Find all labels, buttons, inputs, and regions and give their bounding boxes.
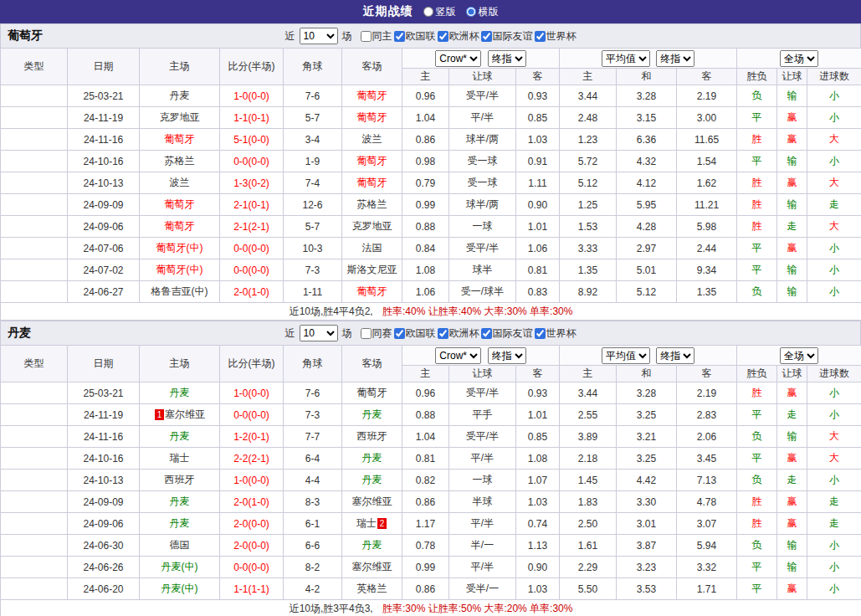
- world-cup-checkbox[interactable]: [535, 328, 546, 339]
- competition-filter-nationsleague[interactable]: 欧国联: [394, 29, 436, 44]
- asian-home-odds: 0.99: [402, 557, 449, 578]
- team-name-text: 克罗地亚: [352, 220, 392, 232]
- result-goals: 小: [807, 470, 861, 491]
- section-team-title: 葡萄牙: [8, 28, 43, 44]
- asian-final-odds-select[interactable]: 终指: [488, 50, 526, 67]
- competition-filter-euro[interactable]: 欧洲杯: [438, 29, 479, 44]
- euro-average-select[interactable]: 平均值: [602, 50, 650, 67]
- asian-odds-controls: Crow* 终指: [402, 346, 560, 366]
- same-venue-filter[interactable]: 同主: [361, 29, 392, 44]
- team-name-text: 丹麦: [362, 474, 382, 485]
- asian-final-odds-select[interactable]: 终指: [488, 347, 526, 364]
- competition-filter-friendly[interactable]: 国际友谊: [481, 326, 533, 341]
- league-badge: 欧国联: [1, 151, 68, 172]
- asian-home-odds: 0.86: [402, 129, 449, 151]
- match-row: 欧国联25-03-21丹麦1-0(0-0)7-6葡萄牙0.96受平/半0.933…: [1, 85, 861, 107]
- euro-checkbox[interactable]: [438, 328, 448, 339]
- same-competition-label: 同赛: [372, 326, 392, 341]
- friendly-checkbox[interactable]: [481, 328, 492, 339]
- euro-draw-odds: 3.01: [617, 513, 677, 535]
- layout-horizontal-option[interactable]: 横版: [466, 5, 499, 19]
- away-team-cell: 英格兰: [342, 578, 402, 600]
- asian-handicap: 受平/半: [449, 85, 516, 107]
- euro-home-odds: 1.53: [560, 216, 617, 238]
- score-cell: 1-1(0-1): [220, 107, 284, 129]
- scope-select[interactable]: 全场: [780, 347, 818, 364]
- scope-select[interactable]: 全场: [780, 50, 818, 67]
- friendly-checkbox[interactable]: [481, 31, 492, 42]
- euro-final-odds-select[interactable]: 终指: [656, 50, 694, 67]
- euro-home-odds: 5.72: [560, 151, 617, 172]
- team-name-text: 塞尔维亚: [352, 495, 392, 507]
- vertical-layout-radio[interactable]: [423, 7, 433, 17]
- nations-league-checkbox[interactable]: [394, 31, 405, 42]
- competition-filter-worldcup[interactable]: 世界杯: [535, 29, 577, 44]
- team-name-text: 葡萄牙: [357, 155, 387, 167]
- team-name-text: 葡萄牙: [357, 285, 387, 297]
- layout-vertical-option[interactable]: 竖版: [423, 5, 456, 19]
- same-competition-filter[interactable]: 同赛: [361, 326, 392, 341]
- competition-filter-friendly[interactable]: 国际友谊: [481, 29, 533, 44]
- competition-filter-nationsleague[interactable]: 欧国联: [394, 326, 436, 341]
- same-competition-checkbox[interactable]: [361, 328, 372, 339]
- result-outcome: 负: [737, 535, 777, 557]
- away-team-cell: 葡萄牙: [342, 85, 402, 107]
- result-goals: 大: [807, 216, 861, 238]
- euro-away-odds: 2.44: [677, 238, 737, 259]
- asian-away-odds: 1.03: [516, 578, 560, 600]
- away-team-cell: 塞尔维亚: [342, 557, 402, 578]
- home-team-cell: 苏格兰: [140, 151, 220, 172]
- away-team-cell: 瑞士2: [342, 513, 402, 535]
- euro-final-odds-select[interactable]: 终指: [656, 347, 694, 364]
- team-name-text: 丹麦: [362, 408, 382, 420]
- corners-cell: 10-3: [284, 238, 342, 259]
- col-header-asian-home: 主: [402, 366, 449, 382]
- nations-league-checkbox[interactable]: [394, 328, 405, 339]
- asian-away-odds: 0.93: [516, 85, 560, 107]
- asian-home-odds: 0.88: [402, 404, 449, 426]
- result-outcome: 负: [737, 470, 777, 491]
- score-cell: 2-0(0-0): [220, 513, 284, 535]
- match-row: 欧洲杯24-07-02葡萄牙(中)0-0(0-0)7-3斯洛文尼亚1.08球半0…: [1, 259, 861, 281]
- recent-count-select[interactable]: 10: [300, 28, 338, 44]
- horizontal-layout-radio[interactable]: [466, 7, 476, 17]
- euro-home-odds: 3.44: [560, 382, 617, 404]
- asian-away-odds: 0.90: [516, 194, 560, 216]
- league-badge: 欧洲杯: [1, 557, 68, 578]
- asian-handicap: 球半: [449, 259, 516, 281]
- euro-checkbox[interactable]: [438, 31, 448, 42]
- euro-draw-odds: 3.25: [617, 404, 677, 426]
- match-row: 欧国联24-10-16瑞士2-2(2-1)6-4丹麦0.81平/半1.082.1…: [1, 448, 861, 470]
- same-venue-checkbox[interactable]: [361, 31, 372, 42]
- euro-home-odds: 1.61: [560, 535, 617, 557]
- away-team-cell: 葡萄牙: [342, 382, 402, 404]
- bookmaker-select[interactable]: Crow*: [435, 347, 481, 364]
- team-name-text: 西班牙: [357, 430, 387, 442]
- match-date: 24-09-09: [68, 194, 140, 216]
- euro-home-odds: 5.50: [560, 578, 617, 600]
- team-name-text: 丹麦: [170, 517, 190, 529]
- competition-label: 欧国联: [406, 326, 436, 341]
- result-goals: 小: [807, 578, 861, 600]
- competition-label: 国际友谊: [493, 29, 533, 44]
- euro-average-select[interactable]: 平均值: [602, 347, 650, 364]
- score-cell: 5-1(0-0): [220, 129, 284, 151]
- recent-count-select[interactable]: 10: [300, 325, 338, 341]
- competition-filter-worldcup[interactable]: 世界杯: [535, 326, 577, 341]
- result-goals: 大: [807, 172, 861, 194]
- competition-filter-euro[interactable]: 欧洲杯: [438, 326, 479, 341]
- team-name-text: 丹麦: [170, 387, 190, 398]
- asian-handicap: 平/半: [449, 513, 516, 535]
- world-cup-checkbox[interactable]: [535, 31, 546, 42]
- corners-cell: 6-4: [284, 448, 342, 470]
- result-handicap: 赢: [777, 172, 807, 194]
- euro-away-odds: 2.19: [677, 382, 737, 404]
- asian-handicap: 平/半: [449, 557, 516, 578]
- score-cell: 1-2(0-1): [220, 426, 284, 448]
- matches-table: 类型 日期 主场 比分(半场) 角球 客场 Crow* 终指 平均值 终指: [0, 345, 861, 616]
- result-handicap: 赢: [777, 382, 807, 404]
- bookmaker-select[interactable]: Crow*: [435, 50, 481, 67]
- euro-draw-odds: 3.28: [617, 382, 677, 404]
- home-team-cell: 克罗地亚: [140, 107, 220, 129]
- euro-draw-odds: 6.36: [617, 129, 677, 151]
